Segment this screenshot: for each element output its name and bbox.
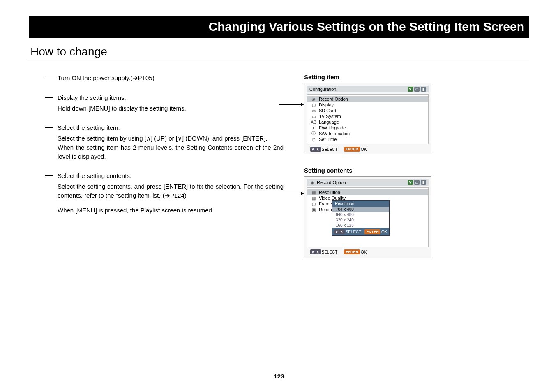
popup-footer: ∨ ∧ SELECT ENTER OK [332, 228, 389, 235]
panel1-label: Setting item [304, 74, 448, 81]
panel2-label: Setting contents [304, 167, 448, 174]
record-icon: ▣ [311, 207, 316, 212]
menu-set-time[interactable]: ◷Set Time [307, 136, 428, 142]
step-3-body2: When the setting item has 2 menu levels,… [58, 143, 284, 161]
sdcard-icon: ▭ [311, 108, 316, 113]
popup-title: Resolution [332, 201, 389, 207]
step-3: Select the setting item. Select the sett… [45, 123, 284, 161]
page-number: 123 [0, 373, 558, 380]
status-battery-icon: ▮ [421, 180, 426, 185]
panel-setting-item: Configuration V ▭ ▮ ◉Record Option ▢Disp… [304, 83, 431, 154]
nav-keys-icon: ∨ ∧ [310, 249, 321, 254]
frame-icon: ▢ [311, 201, 316, 206]
menu-sw-information[interactable]: ⓘS/W Infomation [307, 131, 428, 136]
record-icon: ◉ [309, 180, 315, 185]
display-icon: ▢ [311, 102, 316, 107]
menu-sd-card[interactable]: ▭SD Card [307, 108, 428, 113]
option-160x128[interactable]: 160 x 128 [332, 223, 389, 228]
step-4-body1-post: ) [184, 192, 187, 199]
step-3-body1: Select the setting item by using [∧] (UP… [58, 134, 284, 143]
panel2-title: Record Option [317, 180, 346, 185]
panel-setting-contents: ◉Record Option V ▭ ▮ ▦Resolution ▦Video … [304, 176, 431, 258]
section-heading: How to change [29, 45, 529, 61]
status-sd-icon: ▭ [414, 180, 420, 185]
menu-display[interactable]: ▢Display [307, 102, 428, 108]
enter-key-icon: ENTER [344, 249, 360, 254]
arrow-icon: ➔ [133, 74, 138, 81]
instructions-column: Turn ON the power supply.(➔P105) Display… [45, 74, 284, 271]
option-640x480[interactable]: 640 x 480 [332, 212, 389, 217]
step-2-head: Display the setting items. [58, 93, 284, 102]
connector-line [279, 194, 302, 194]
option-320x240[interactable]: 320 x 240 [332, 217, 389, 223]
step-1: Turn ON the power supply.(➔P105) [45, 74, 284, 83]
status-icons: V ▭ ▮ [408, 180, 426, 185]
grid-icon: ▦ [311, 190, 316, 195]
enter-key-icon: ENTER [344, 147, 360, 152]
nav-keys-icon: ∨ ∧ [334, 229, 345, 234]
record-icon: ◉ [311, 97, 316, 101]
step-2-body: Hold down [MENU] to display the setting … [58, 105, 186, 112]
menu-record-option[interactable]: ◉Record Option [307, 96, 428, 102]
step-4: Select the setting contents. Select the … [45, 171, 284, 214]
panel1-footer: ∨ ∧ SELECT ENTER OK [307, 144, 429, 152]
enter-key-icon: ENTER [364, 229, 380, 234]
connector-line [279, 104, 302, 105]
menu-language[interactable]: ABLanguage [307, 119, 428, 125]
nav-keys-icon: ∨ ∧ [310, 147, 321, 152]
status-v-icon: V [408, 180, 413, 185]
status-battery-icon: ▮ [421, 87, 426, 92]
quality-icon: ▦ [311, 196, 316, 201]
panel2-menu: ▦Resolution ▦Video Quality ▢Frame ▣Recor… [307, 187, 429, 247]
arrowhead-icon [301, 192, 304, 195]
step-4-link: P124 [170, 192, 184, 199]
language-icon: AB [311, 120, 316, 125]
panel2-footer: ∨ ∧ SELECT ENTER OK [307, 247, 429, 254]
status-sd-icon: ▭ [414, 87, 420, 92]
page-banner: Changing Various Settings on the Setting… [29, 16, 529, 38]
upgrade-icon: ⬆ [311, 125, 316, 130]
clock-icon: ◷ [311, 137, 316, 142]
panel1-menu: ◉Record Option ▢Display ▭SD Card ▭TV Sys… [307, 94, 429, 144]
option-704x480[interactable]: 704 x 480 [332, 207, 389, 212]
step-1-text-pre: Turn ON the power supply.( [58, 74, 133, 81]
info-icon: ⓘ [311, 131, 316, 136]
menu-tv-system[interactable]: ▭TV System [307, 113, 428, 119]
status-v-icon: V [408, 87, 413, 92]
step-4-body2: When [MENU] is pressed, the Playlist scr… [58, 206, 284, 215]
tv-icon: ▭ [311, 114, 316, 119]
step-1-link: P105 [138, 74, 152, 81]
arrowhead-icon [301, 103, 304, 106]
screenshots-column: Setting item Configuration V ▭ ▮ ◉Record… [300, 74, 448, 271]
step-3-head: Select the setting item. [58, 123, 284, 132]
menu-fw-upgrade[interactable]: ⬆F/W Upgrade [307, 125, 428, 131]
panel1-title: Configuration [309, 87, 336, 92]
step-1-text-post: ) [152, 74, 154, 81]
status-icons: V ▭ ▮ [408, 87, 426, 92]
resolution-popup: Resolution 704 x 480 640 x 480 320 x 240… [332, 200, 390, 236]
menu-resolution[interactable]: ▦Resolution [307, 189, 428, 195]
arrow-icon: ➔ [165, 192, 170, 199]
step-4-head: Select the setting contents. [58, 171, 284, 180]
step-2: Display the setting items. Hold down [ME… [45, 93, 284, 113]
